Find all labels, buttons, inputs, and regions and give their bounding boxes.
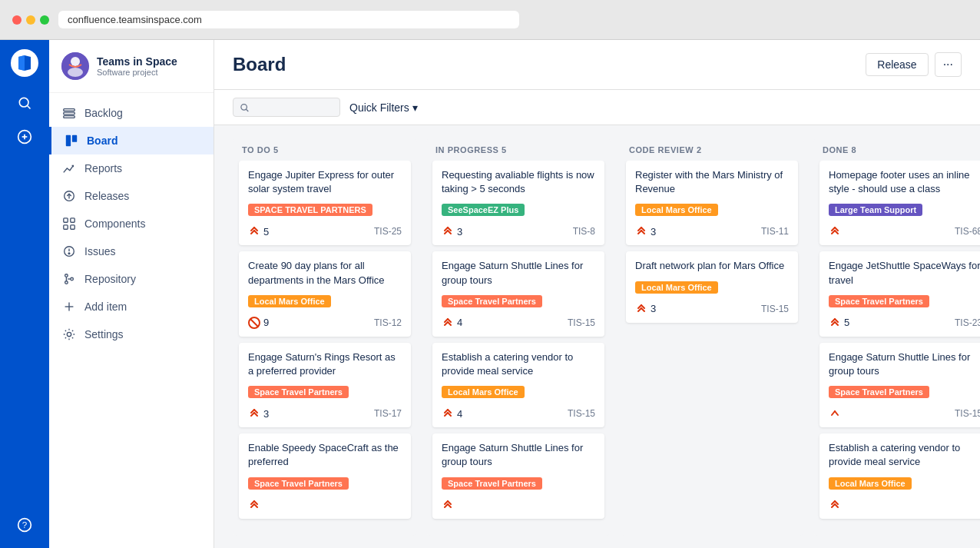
svg-marker-1: [18, 55, 25, 71]
sidebar-item-settings[interactable]: Settings: [49, 320, 214, 348]
card-footer: 3TIS-17: [248, 407, 402, 420]
card-footer: 3TIS-8: [442, 225, 595, 237]
table-row[interactable]: Draft network plan for Mars OfficeLocal …: [626, 251, 798, 322]
card-tag: Local Mars Office: [635, 281, 718, 294]
card-id: TIS-17: [374, 408, 402, 419]
priority-double-up-icon: [829, 225, 841, 237]
svg-point-27: [65, 281, 68, 284]
browser-chrome: confluence.teamsinspace.com: [0, 0, 980, 40]
priority-single-up-icon: [829, 407, 841, 420]
search-icon: [240, 102, 250, 113]
sidebar-item-components[interactable]: Components: [49, 210, 214, 237]
settings-icon: [61, 327, 77, 342]
priority-count: 3: [651, 226, 656, 237]
sidebar-wide: Teams in Space Software project Backlog: [49, 40, 214, 548]
table-row[interactable]: Establish a catering vendor to provide m…: [432, 343, 604, 427]
card-id: TIS-23: [955, 317, 980, 328]
card-id: TIS-15: [955, 408, 980, 419]
card-footer: [829, 499, 980, 511]
help-nav-icon[interactable]: ?: [11, 511, 38, 539]
sidebar-item-backlog[interactable]: Backlog: [49, 99, 214, 127]
project-info: Teams in Space Software project: [97, 55, 177, 77]
app-logo[interactable]: [11, 49, 38, 77]
card-id: TIS-15: [568, 317, 595, 328]
priority-count: 5: [263, 226, 269, 237]
table-row[interactable]: Establish a catering vendor to provide m…: [819, 433, 980, 518]
priority-count: 4: [457, 317, 462, 328]
card-tag: Local Mars Office: [635, 204, 718, 216]
card-tag: Space Travel Partners: [442, 295, 542, 307]
more-options-button[interactable]: ···: [935, 52, 962, 77]
issues-icon: [61, 244, 77, 259]
sidebar-item-issues[interactable]: Issues: [49, 237, 214, 265]
card-footer: TIS-68: [829, 225, 980, 237]
cards-container-codereview: Register with the Mars Ministry of Reven…: [620, 161, 804, 536]
card-footer: 3TIS-15: [635, 303, 789, 315]
card-title: Engage Saturn Shuttle Lines for group to…: [829, 350, 980, 378]
table-row[interactable]: Register with the Mars Ministry of Reven…: [626, 161, 798, 245]
column-header-todo: TO DO 5: [233, 138, 417, 161]
card-priority: 5: [829, 317, 849, 329]
dot-green[interactable]: [40, 15, 49, 25]
add-item-icon: [61, 299, 77, 314]
card-title: Establish a catering vendor to provide m…: [442, 350, 595, 378]
sidebar-item-releases[interactable]: Releases: [49, 182, 214, 210]
browser-url[interactable]: confluence.teamsinspace.com: [58, 11, 519, 28]
table-row[interactable]: Engage Saturn Shuttle Lines for group to…: [819, 343, 980, 427]
priority-double-up-icon: [442, 499, 454, 511]
priority-double-up-icon: [442, 407, 454, 420]
sidebar-item-reports[interactable]: Reports: [49, 154, 214, 182]
app: ? Teams in Space Software project: [0, 40, 980, 548]
svg-rect-19: [64, 218, 68, 222]
table-row[interactable]: Enable Speedy SpaceCraft as the preferre…: [239, 433, 411, 518]
card-priority: [442, 499, 454, 511]
quick-filters-button[interactable]: Quick Filters ▾: [349, 101, 418, 114]
sidebar-item-add-item[interactable]: Add item: [49, 293, 214, 320]
sidebar-item-repository[interactable]: Repository: [49, 265, 214, 293]
card-priority: 4: [442, 317, 462, 329]
table-row[interactable]: Engage Saturn's Rings Resort as a prefer…: [239, 343, 411, 427]
svg-point-34: [241, 104, 247, 110]
board-column-codereview: CODE REVIEW 2Register with the Mars Mini…: [620, 138, 804, 536]
dot-red[interactable]: [12, 15, 22, 25]
table-row[interactable]: Create 90 day plans for all departments …: [239, 251, 411, 336]
card-title: Engage Saturn Shuttle Lines for group to…: [442, 441, 595, 469]
table-row[interactable]: Engage Jupiter Express for outer solar s…: [239, 161, 411, 245]
table-row[interactable]: Engage JetShuttle SpaceWays for travelSp…: [819, 251, 980, 336]
dot-yellow[interactable]: [26, 15, 35, 25]
card-id: TIS-11: [761, 226, 789, 237]
column-header-done: DONE 8: [813, 138, 980, 161]
card-priority: 3: [442, 225, 462, 237]
card-id: TIS-68: [955, 226, 980, 237]
svg-point-33: [67, 332, 71, 336]
sidebar-item-board[interactable]: Board: [49, 127, 214, 154]
search-input[interactable]: [250, 101, 333, 113]
card-priority: 3: [635, 303, 656, 315]
column-header-codereview: CODE REVIEW 2: [620, 138, 804, 161]
table-row[interactable]: Requesting avaliable flights is now taki…: [432, 161, 604, 245]
priority-double-up-icon: [442, 225, 454, 237]
table-row[interactable]: Engage Saturn Shuttle Lines for group to…: [432, 251, 604, 336]
svg-line-35: [246, 109, 248, 111]
svg-point-2: [19, 98, 28, 107]
priority-block-icon: [248, 317, 260, 329]
card-tag: Space Travel Partners: [248, 386, 349, 398]
card-title: Register with the Mars Ministry of Reven…: [635, 168, 789, 196]
svg-rect-20: [71, 218, 74, 222]
priority-count: 5: [844, 317, 849, 328]
release-button[interactable]: Release: [866, 53, 928, 76]
search-nav-icon[interactable]: [11, 89, 38, 117]
table-row[interactable]: Homepage footer uses an inline style - s…: [819, 161, 980, 245]
priority-count: 3: [457, 226, 462, 237]
card-footer: 9TIS-12: [248, 317, 402, 329]
repository-icon: [61, 271, 77, 287]
card-priority: 5: [248, 225, 269, 237]
reports-icon: [61, 161, 77, 176]
add-nav-icon[interactable]: [11, 123, 38, 151]
chevron-down-icon: ▾: [412, 101, 418, 114]
sidebar-item-reports-label: Reports: [84, 162, 122, 174]
card-title: Homepage footer uses an inline style - s…: [829, 168, 980, 196]
table-row[interactable]: Engage Saturn Shuttle Lines for group to…: [432, 433, 604, 518]
quick-filters-label: Quick Filters: [349, 101, 409, 114]
svg-rect-21: [64, 225, 68, 229]
